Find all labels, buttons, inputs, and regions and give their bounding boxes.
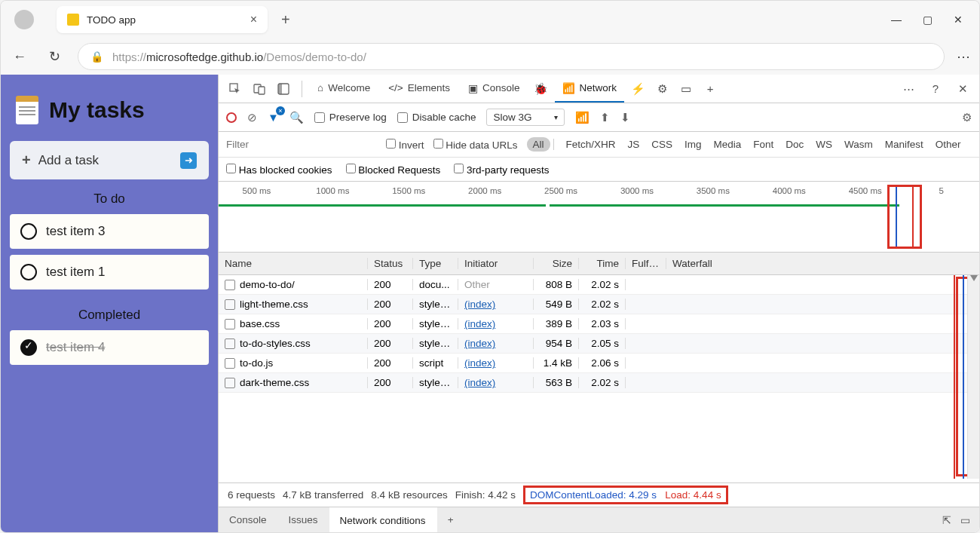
submit-icon[interactable]: ➜ bbox=[180, 152, 197, 169]
request-initiator[interactable]: (index) bbox=[458, 299, 534, 310]
minimize-button[interactable]: — bbox=[891, 14, 902, 26]
clear-button[interactable]: ⊘ bbox=[247, 111, 257, 124]
col-time[interactable]: Time bbox=[579, 258, 626, 269]
request-initiator[interactable]: (index) bbox=[458, 377, 534, 388]
col-waterfall[interactable]: Waterfall bbox=[666, 258, 979, 269]
filter-type-js[interactable]: JS bbox=[621, 137, 645, 152]
drawer-collapse-icon[interactable]: ▭ bbox=[960, 514, 970, 526]
profile-avatar[interactable] bbox=[14, 10, 34, 29]
address-bar[interactable]: 🔒 https://microsoftedge.github.io/Demos/… bbox=[78, 43, 945, 70]
blocked-cookies-checkbox[interactable]: Has blocked cookies bbox=[226, 164, 332, 176]
device-toggle-icon[interactable] bbox=[249, 78, 270, 100]
request-row[interactable]: dark-theme.css200styles...(index)563 B2.… bbox=[219, 373, 979, 393]
task-item[interactable]: test item 3 bbox=[10, 214, 209, 249]
throttle-select[interactable]: Slow 3G bbox=[486, 109, 565, 126]
load-line bbox=[954, 275, 955, 479]
close-tab-icon[interactable]: × bbox=[250, 13, 257, 26]
request-row[interactable]: light-theme.css200styles...(index)549 B2… bbox=[219, 295, 979, 314]
filter-type-other[interactable]: Other bbox=[929, 137, 967, 152]
drawer-issues[interactable]: Issues bbox=[278, 507, 329, 532]
request-row[interactable]: demo-to-do/200docu...Other808 B2.02 s bbox=[219, 275, 979, 295]
col-name[interactable]: Name bbox=[219, 258, 368, 269]
request-row[interactable]: to-do.js200script(index)1.4 kB2.06 s bbox=[219, 354, 979, 373]
timeline-overview[interactable]: 500 ms1000 ms1500 ms2000 ms2500 ms3000 m… bbox=[219, 182, 979, 253]
svg-rect-4 bbox=[278, 84, 282, 94]
browser-menu-button[interactable]: ⋯ bbox=[957, 48, 972, 65]
invert-checkbox[interactable]: Invert bbox=[386, 139, 424, 151]
col-status[interactable]: Status bbox=[368, 258, 413, 269]
disable-cache-checkbox[interactable]: Disable cache bbox=[397, 112, 476, 123]
filter-type-manifest[interactable]: Manifest bbox=[879, 137, 929, 152]
status-finish: Finish: 4.42 s bbox=[455, 489, 516, 501]
tab-network[interactable]: 📶Network bbox=[555, 75, 625, 103]
request-size: 808 B bbox=[534, 279, 579, 290]
close-window-button[interactable]: ✕ bbox=[954, 14, 963, 26]
request-initiator[interactable]: (index) bbox=[458, 338, 534, 349]
help-icon[interactable]: ? bbox=[925, 78, 946, 100]
export-har-icon[interactable]: ⬇ bbox=[620, 111, 630, 124]
record-button[interactable] bbox=[226, 112, 237, 123]
add-task-input[interactable]: + Add a task ➜ bbox=[10, 141, 209, 179]
filter-toggle-icon[interactable]: ▼ bbox=[268, 111, 279, 124]
request-row[interactable]: base.css200styles...(index)389 B2.03 s bbox=[219, 314, 979, 334]
performance-icon[interactable]: ⚡ bbox=[627, 78, 648, 100]
col-initiator[interactable]: Initiator bbox=[458, 258, 534, 269]
more-tools-icon[interactable]: ⋯ bbox=[898, 78, 919, 100]
dock-icon[interactable] bbox=[273, 78, 294, 100]
filter-type-all[interactable]: All bbox=[527, 137, 550, 152]
filter-type-fetch/xhr[interactable]: Fetch/XHR bbox=[559, 137, 621, 152]
filter-type-doc[interactable]: Doc bbox=[779, 137, 810, 152]
request-initiator[interactable]: (index) bbox=[458, 357, 534, 369]
request-type: styles... bbox=[413, 318, 458, 329]
drawer-add-tab[interactable]: + bbox=[437, 507, 465, 532]
new-tab-button[interactable]: + bbox=[281, 11, 290, 29]
request-initiator[interactable]: (index) bbox=[458, 318, 534, 329]
filter-input[interactable] bbox=[226, 139, 377, 150]
drawer-expand-icon[interactable]: ⇱ bbox=[942, 514, 951, 526]
request-time: 2.05 s bbox=[579, 338, 626, 349]
more-tabs-button[interactable]: + bbox=[700, 78, 721, 100]
checkbox-icon[interactable] bbox=[20, 223, 37, 240]
maximize-button[interactable]: ▢ bbox=[923, 14, 933, 26]
inspect-icon[interactable] bbox=[225, 78, 246, 100]
scrollbar[interactable] bbox=[967, 275, 979, 479]
filter-type-img[interactable]: Img bbox=[678, 137, 708, 152]
tab-console[interactable]: ▣Console bbox=[461, 75, 528, 103]
import-har-icon[interactable]: ⬆ bbox=[600, 111, 610, 124]
drawer-console[interactable]: Console bbox=[219, 507, 278, 532]
filter-type-ws[interactable]: WS bbox=[810, 137, 838, 152]
col-size[interactable]: Size bbox=[534, 258, 579, 269]
hide-data-urls-checkbox[interactable]: Hide data URLs bbox=[433, 139, 518, 151]
network-settings-icon[interactable]: ⚙ bbox=[962, 111, 972, 124]
refresh-button[interactable]: ↻ bbox=[43, 45, 66, 68]
tab-welcome[interactable]: ⌂Welcome bbox=[310, 75, 378, 103]
gear-icon[interactable]: ⚙ bbox=[651, 78, 672, 100]
tab-elements[interactable]: </>Elements bbox=[381, 75, 458, 103]
checkbox-icon[interactable] bbox=[20, 339, 37, 356]
request-row[interactable]: to-do-styles.css200styles...(index)954 B… bbox=[219, 334, 979, 354]
filter-type-media[interactable]: Media bbox=[707, 137, 747, 152]
status-transferred: 4.7 kB transferred bbox=[283, 489, 363, 501]
filter-type-css[interactable]: CSS bbox=[645, 137, 678, 152]
application-icon[interactable]: ▭ bbox=[675, 78, 697, 100]
back-button[interactable]: ← bbox=[8, 45, 31, 68]
third-party-checkbox[interactable]: 3rd-party requests bbox=[454, 164, 549, 176]
search-icon[interactable]: 🔍 bbox=[289, 111, 304, 124]
filter-type-font[interactable]: Font bbox=[747, 137, 779, 152]
timeline-tick: 2500 ms bbox=[523, 186, 599, 195]
network-conditions-icon[interactable]: 📶 bbox=[575, 111, 590, 124]
request-status: 200 bbox=[368, 318, 413, 329]
bug-icon[interactable]: 🐞 bbox=[531, 78, 552, 100]
preserve-log-checkbox[interactable]: Preserve log bbox=[314, 112, 387, 123]
task-text: test item 4 bbox=[46, 340, 105, 355]
checkbox-icon[interactable] bbox=[20, 264, 37, 280]
col-fulfilled[interactable]: Fulfill... bbox=[626, 258, 666, 269]
task-item[interactable]: test item 1 bbox=[10, 255, 209, 289]
drawer-network-conditions[interactable]: Network conditions bbox=[329, 507, 437, 532]
task-item[interactable]: test item 4 bbox=[10, 330, 209, 365]
col-type[interactable]: Type bbox=[413, 258, 458, 269]
blocked-requests-checkbox[interactable]: Blocked Requests bbox=[346, 164, 441, 176]
close-devtools-icon[interactable]: ✕ bbox=[952, 78, 973, 100]
filter-type-wasm[interactable]: Wasm bbox=[838, 137, 879, 152]
browser-tab[interactable]: TODO app × bbox=[57, 6, 268, 33]
